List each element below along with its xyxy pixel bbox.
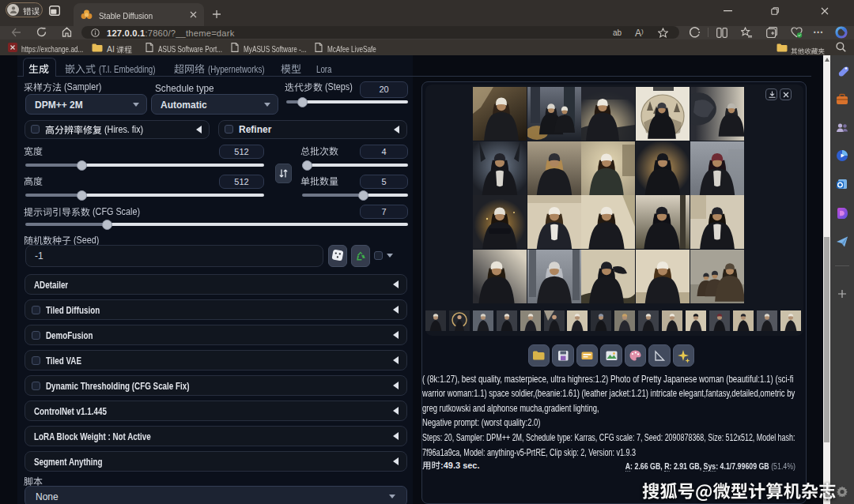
svg-text:ab: ab — [613, 28, 622, 37]
